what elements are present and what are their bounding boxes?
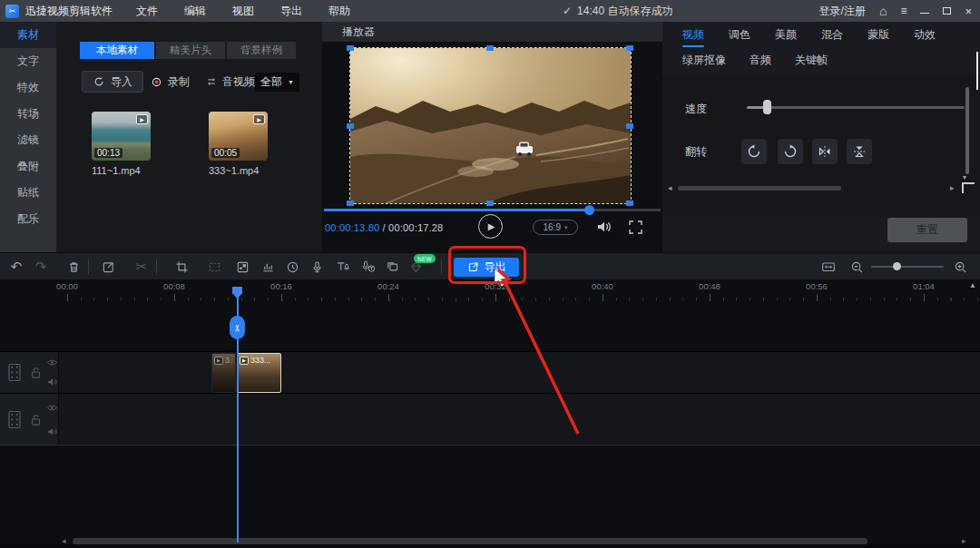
selection-handle[interactable] (347, 201, 354, 206)
selection-handle[interactable] (626, 123, 633, 129)
crop-icon[interactable] (172, 258, 191, 276)
play-button[interactable]: ▶ (478, 214, 503, 239)
reset-button[interactable]: 重置 (887, 218, 967, 242)
speech-to-text-icon[interactable] (359, 258, 377, 276)
track-lock-icon[interactable] (30, 413, 42, 426)
zoom-out-icon[interactable] (848, 258, 866, 276)
video-track-1[interactable]: ▶3. ▶333... (0, 351, 980, 393)
filter-dropdown[interactable]: 全部 ▼ (255, 73, 299, 92)
region-select-icon[interactable] (205, 258, 223, 276)
undo-icon[interactable]: ↶ (7, 258, 25, 276)
close-button[interactable]: × (965, 5, 972, 17)
tab-beauty[interactable]: 美颜 (775, 27, 797, 47)
home-icon[interactable]: ⌂ (879, 4, 887, 18)
tab-greenscreen[interactable]: 绿屏抠像 (682, 53, 726, 68)
video-track-2[interactable] (0, 393, 980, 445)
track-visibility-icon[interactable] (46, 358, 58, 367)
timeline-ruler[interactable]: 00:00 00:08 00:16 00:24 00:32 00:40 00:4… (56, 279, 980, 301)
tab-mask[interactable]: 蒙版 (867, 27, 889, 47)
seek-bar-knob[interactable] (584, 205, 594, 215)
media-clip-1[interactable]: ▶ 00:13 111~1.mp4 (92, 112, 151, 176)
timeline-scroll-up-icon[interactable]: ▲ (969, 281, 976, 289)
track-mute-icon[interactable] (47, 426, 58, 437)
seek-bar[interactable] (324, 209, 661, 211)
split-scissors-icon[interactable]: ✂ (132, 258, 151, 276)
aspect-ratio-dropdown[interactable]: 16:9 ▾ (533, 220, 578, 235)
selection-handle[interactable] (347, 123, 354, 129)
timeline-clip-2[interactable]: ▶333... (237, 353, 281, 393)
volume-icon[interactable] (595, 218, 613, 236)
timeline-horizontal-scrollbar[interactable] (73, 538, 867, 544)
speed-slider[interactable] (747, 106, 965, 109)
tab-blend[interactable]: 混合 (821, 27, 843, 47)
tab-color[interactable]: 调色 (729, 27, 750, 47)
app-menu-icon[interactable]: ≡ (900, 5, 906, 17)
media-clip-2[interactable]: ▶ 00:05 333~1.mp4 (209, 112, 268, 176)
menu-view[interactable]: 视图 (232, 4, 254, 19)
microphone-icon[interactable] (308, 258, 326, 276)
tab-audio[interactable]: 音频 (750, 53, 771, 68)
timeline-zoom-slider[interactable] (871, 266, 944, 268)
track-lock-icon[interactable] (30, 366, 42, 379)
menu-export[interactable]: 导出 (280, 4, 302, 19)
sidebar-item-effects[interactable]: 特效 (0, 74, 56, 101)
scroll-left-icon[interactable]: ◂ (668, 183, 672, 192)
redo-icon[interactable]: ↷ (32, 258, 50, 276)
tab-local-media[interactable]: 本地素材 (80, 42, 154, 59)
audio-wave-icon[interactable] (259, 258, 277, 276)
sidebar-item-stickers[interactable]: 贴纸 (0, 180, 56, 206)
selection-handle[interactable] (486, 45, 494, 51)
playhead-scissors-handle[interactable]: ✂ (230, 316, 245, 339)
tab-video[interactable]: 视频 (682, 27, 704, 47)
login-register-link[interactable]: 登录/注册 (819, 4, 866, 19)
tab-keyframe[interactable]: 关键帧 (795, 53, 828, 68)
selection-handle[interactable] (626, 45, 633, 51)
track-visibility-icon[interactable] (46, 404, 58, 412)
maximize-button[interactable] (943, 7, 951, 15)
duration-clock-icon[interactable] (283, 258, 301, 276)
tab-motion[interactable]: 动效 (914, 27, 936, 47)
panel-edge-scrollbar[interactable] (976, 52, 978, 90)
rotate-cw-button[interactable] (778, 139, 803, 164)
speed-slider-handle[interactable] (763, 100, 771, 114)
menu-help[interactable]: 帮助 (328, 4, 350, 19)
export-button[interactable]: 导出 (454, 258, 519, 277)
mosaic-icon[interactable] (233, 258, 251, 276)
timeline-zoom-knob[interactable] (893, 262, 901, 270)
sidebar-item-text[interactable]: 文字 (0, 48, 56, 74)
fullscreen-icon[interactable] (628, 220, 643, 235)
video-preview[interactable] (350, 48, 631, 203)
sidebar-item-filters[interactable]: 滤镜 (0, 127, 56, 153)
sidebar-item-overlays[interactable]: 叠附 (0, 153, 56, 180)
inspector-vertical-scrollbar[interactable] (965, 87, 969, 174)
import-button[interactable]: 导入 (82, 71, 143, 93)
scroll-down-icon[interactable]: ▾ (963, 173, 966, 181)
subtitle-frames-icon[interactable] (383, 258, 401, 276)
sidebar-item-music[interactable]: 配乐 (0, 206, 56, 232)
fit-timeline-icon[interactable] (819, 258, 838, 276)
record-button[interactable]: 录制 (150, 71, 190, 93)
delete-icon[interactable] (64, 258, 83, 276)
selection-handle[interactable] (486, 201, 494, 206)
flip-horizontal-button[interactable] (812, 139, 838, 164)
flip-vertical-button[interactable] (847, 139, 872, 164)
edit-clip-icon[interactable] (99, 258, 117, 276)
timeline-clip-1[interactable]: ▶3. (211, 353, 236, 393)
scroll-right-icon[interactable]: ▸ (950, 183, 955, 192)
menu-edit[interactable]: 编辑 (184, 4, 206, 19)
sidebar-item-media[interactable]: 素材 (0, 22, 56, 48)
text-to-speech-icon[interactable] (334, 258, 352, 276)
tab-background-samples[interactable]: 背景样例 (227, 42, 296, 59)
tab-intro-templates[interactable]: 精美片头 (156, 42, 225, 59)
inspector-horizontal-scrollbar[interactable] (678, 186, 841, 191)
menu-file[interactable]: 文件 (136, 4, 158, 19)
sidebar-item-transitions[interactable]: 转场 (0, 101, 56, 127)
rotate-ccw-button[interactable] (741, 139, 767, 164)
track-mute-icon[interactable] (47, 377, 58, 387)
selection-handle[interactable] (626, 201, 633, 206)
selection-handle[interactable] (347, 45, 354, 51)
zoom-in-icon[interactable] (951, 258, 969, 276)
minimize-button[interactable] (920, 13, 929, 14)
panel-corner-icon[interactable] (962, 182, 975, 193)
media-type-switch[interactable]: 音视频 (205, 71, 255, 93)
